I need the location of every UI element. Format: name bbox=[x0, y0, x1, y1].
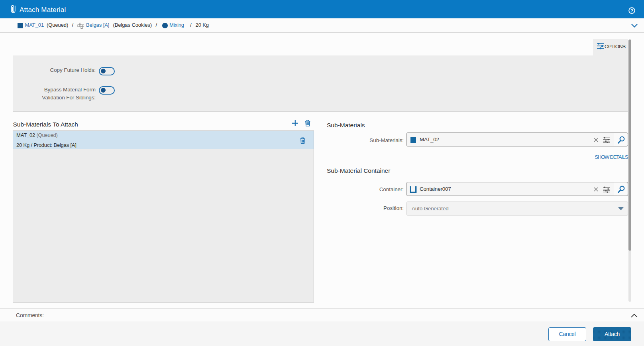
svg-text:?: ? bbox=[630, 8, 633, 13]
